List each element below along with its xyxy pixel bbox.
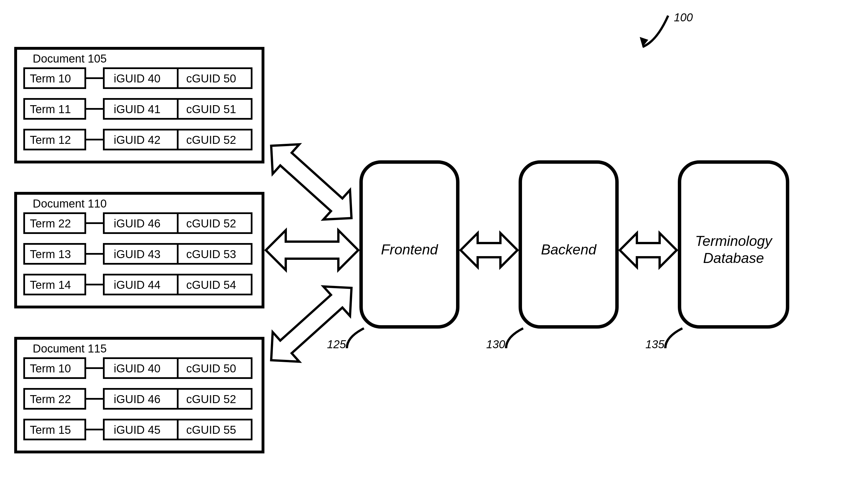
term-cell: Term 13 — [30, 248, 71, 260]
cguid-cell: cGUID 52 — [186, 393, 236, 406]
table-row: Term 22 iGUID 46 cGUID 52 — [24, 389, 252, 409]
term-cell: Term 22 — [30, 393, 71, 406]
document-title: Document 115 — [33, 342, 107, 355]
document-box-110: Document 110 Term 22 iGUID 46 cGUID 52 T… — [16, 193, 263, 307]
double-arrow-icon — [620, 233, 677, 267]
table-row: Term 15 iGUID 45 cGUID 55 — [24, 419, 252, 439]
iguid-cell: iGUID 41 — [114, 103, 161, 115]
term-cell: Term 15 — [30, 424, 71, 436]
svg-marker-43 — [461, 233, 518, 267]
cguid-cell: cGUID 54 — [186, 278, 236, 291]
iguid-cell: iGUID 42 — [114, 133, 161, 146]
cguid-cell: cGUID 52 — [186, 133, 236, 146]
iguid-cell: iGUID 46 — [114, 393, 161, 406]
double-arrow-icon — [258, 273, 365, 375]
cguid-cell: cGUID 53 — [186, 248, 236, 260]
diagram-stage: 100 Document 105 Term 10 iGUID 40 cGUID … — [0, 0, 845, 504]
table-row: Term 22 iGUID 46 cGUID 52 — [24, 213, 252, 233]
backend-label: Backend — [541, 241, 597, 257]
term-cell: Term 22 — [30, 217, 71, 230]
document-title: Document 110 — [33, 197, 107, 210]
database-label-line2: Database — [703, 250, 764, 266]
database-label-line1: Terminology — [695, 233, 773, 249]
term-cell: Term 10 — [30, 72, 71, 85]
double-arrow-icon — [266, 230, 358, 270]
cguid-cell: cGUID 50 — [186, 362, 236, 375]
table-row: Term 14 iGUID 44 cGUID 54 — [24, 275, 252, 294]
iguid-cell: iGUID 44 — [114, 278, 161, 291]
iguid-cell: iGUID 45 — [114, 424, 161, 436]
double-arrow-icon — [258, 131, 365, 233]
term-cell: Term 11 — [30, 103, 71, 115]
frontend-ref: 125 — [327, 338, 346, 350]
table-row: Term 10 iGUID 40 cGUID 50 — [24, 68, 252, 88]
svg-marker-44 — [620, 233, 677, 267]
term-cell: Term 12 — [30, 133, 71, 146]
iguid-cell: iGUID 46 — [114, 217, 161, 230]
term-cell: Term 14 — [30, 278, 71, 291]
table-row: Term 13 iGUID 43 cGUID 53 — [24, 244, 252, 264]
iguid-cell: iGUID 43 — [114, 248, 161, 260]
figure-ref-label: 100 — [674, 11, 693, 23]
frontend-label: Frontend — [381, 241, 438, 257]
backend-ref: 130 — [486, 338, 505, 350]
term-cell: Term 10 — [30, 362, 71, 375]
svg-marker-46 — [258, 131, 365, 233]
cguid-cell: cGUID 55 — [186, 424, 236, 436]
table-row: Term 10 iGUID 40 cGUID 50 — [24, 358, 252, 378]
iguid-cell: iGUID 40 — [114, 72, 161, 85]
table-row: Term 11 iGUID 41 cGUID 51 — [24, 99, 252, 119]
iguid-cell: iGUID 40 — [114, 362, 161, 375]
double-arrow-icon — [461, 233, 518, 267]
cguid-cell: cGUID 51 — [186, 103, 236, 115]
svg-marker-47 — [258, 273, 365, 375]
document-title: Document 105 — [33, 52, 107, 65]
database-ref: 135 — [645, 338, 664, 350]
cguid-cell: cGUID 52 — [186, 217, 236, 230]
figure-ref-100: 100 — [640, 11, 693, 47]
table-row: Term 12 iGUID 42 cGUID 52 — [24, 130, 252, 149]
svg-marker-45 — [266, 230, 358, 270]
document-box-115: Document 115 Term 10 iGUID 40 cGUID 50 T… — [16, 338, 263, 452]
document-box-105: Document 105 Term 10 iGUID 40 cGUID 50 T… — [16, 48, 263, 162]
cguid-cell: cGUID 50 — [186, 72, 236, 85]
